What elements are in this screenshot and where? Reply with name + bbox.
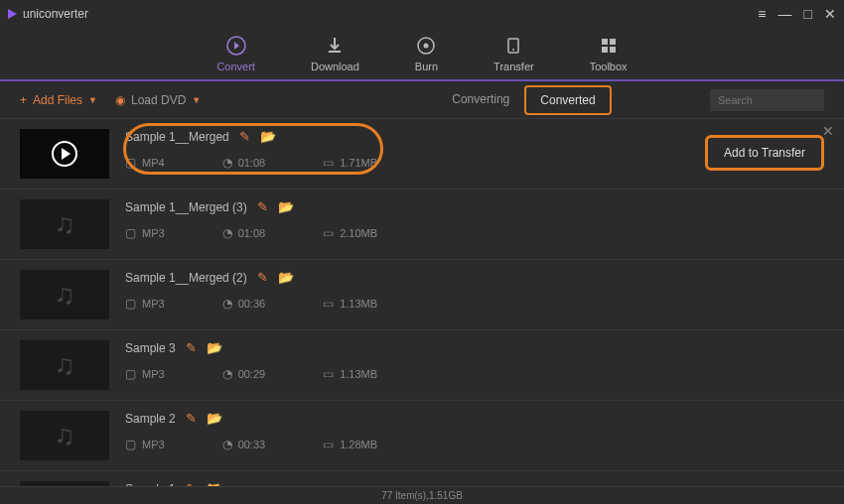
duration: ◔00:33: [222, 438, 266, 451]
edit-icon[interactable]: ✎: [186, 340, 197, 355]
table-row[interactable]: ♫Sample 1__Merged (3)✎📂▢MP3◔01:08▭2.10MB: [0, 189, 844, 260]
svg-point-2: [424, 44, 429, 49]
row-info: Sample 3✎📂▢MP3◔00:29▭1.13MB: [125, 340, 824, 381]
clock-icon: ◔: [222, 226, 232, 240]
folder-icon[interactable]: 📂: [278, 270, 294, 285]
svg-point-4: [512, 49, 514, 51]
table-row[interactable]: ♫Sample 2✎📂▢MP3◔00:33▭1.28MB: [0, 401, 844, 471]
add-files-button[interactable]: + Add Files ▼: [20, 93, 97, 107]
tab-converting[interactable]: Converting: [437, 85, 524, 115]
nav-burn[interactable]: Burn: [415, 35, 438, 72]
table-row[interactable]: Sample 1__Merged✎📂▢MP4◔01:08▭1.71MB✕Add …: [0, 119, 844, 189]
burn-icon: [415, 35, 437, 57]
brand-text: uniconverter: [23, 7, 88, 21]
row-title: Sample 1__Merged (3)✎📂: [125, 199, 824, 214]
nav-download[interactable]: Download: [311, 35, 359, 72]
play-icon: [52, 141, 77, 167]
top-nav: Convert Download Burn Transfer Toolbox: [0, 28, 844, 81]
format: ▢MP3: [125, 367, 165, 381]
transfer-icon: [502, 35, 524, 57]
folder-icon[interactable]: 📂: [260, 129, 276, 144]
music-icon: ♫: [55, 349, 75, 381]
row-info: Sample 2✎📂▢MP3◔00:33▭1.28MB: [125, 411, 824, 451]
svg-rect-6: [610, 39, 616, 45]
music-icon: ♫: [55, 279, 75, 311]
format: ▢MP3: [125, 438, 165, 451]
chevron-down-icon: ▼: [88, 95, 97, 105]
nav-transfer[interactable]: Transfer: [493, 35, 534, 72]
file-icon: ▢: [125, 226, 136, 240]
maximize-icon[interactable]: □: [804, 6, 812, 22]
row-meta: ▢MP3◔00:36▭1.13MB: [125, 297, 824, 311]
folder-icon[interactable]: 📂: [207, 411, 222, 426]
row-meta: ▢MP3◔01:08▭2.10MB: [125, 226, 824, 240]
format: ▢MP3: [125, 226, 165, 240]
thumbnail[interactable]: [20, 129, 109, 179]
thumbnail[interactable]: ♫: [20, 270, 109, 319]
edit-icon[interactable]: ✎: [186, 411, 197, 426]
file-icon: ▢: [125, 156, 136, 170]
nav-toolbox[interactable]: Toolbox: [590, 35, 628, 72]
folder-icon: ▭: [323, 367, 334, 381]
size: ▭2.10MB: [323, 226, 377, 240]
thumbnail[interactable]: ♫: [20, 199, 109, 249]
tab-converted[interactable]: Converted: [524, 85, 611, 115]
row-meta: ▢MP3◔00:33▭1.28MB: [125, 438, 824, 451]
thumbnail[interactable]: ♫: [20, 411, 109, 460]
status-bar: 77 Item(s),1.51GB: [0, 486, 844, 504]
svg-rect-5: [602, 39, 608, 45]
window-controls: ≡ — □ ✕: [758, 6, 836, 22]
file-title: Sample 1__Merged: [125, 130, 229, 144]
file-list: Sample 1__Merged✎📂▢MP4◔01:08▭1.71MB✕Add …: [0, 119, 844, 486]
file-icon: ▢: [125, 297, 136, 311]
table-row[interactable]: ♫Sample 3✎📂▢MP3◔00:29▭1.13MB: [0, 330, 844, 401]
load-dvd-button[interactable]: ◉ Load DVD ▼: [115, 93, 201, 107]
row-title: Sample 3✎📂: [125, 340, 824, 355]
convert-icon: [225, 35, 247, 57]
brand-icon: [8, 9, 17, 19]
edit-icon[interactable]: ✎: [257, 270, 268, 285]
edit-icon[interactable]: ✎: [257, 199, 268, 214]
duration: ◔00:36: [222, 297, 266, 311]
folder-icon: ▭: [323, 438, 334, 451]
edit-icon[interactable]: ✎: [239, 129, 250, 144]
row-info: Sample 1__Merged (2)✎📂▢MP3◔00:36▭1.13MB: [125, 270, 824, 311]
folder-icon: ▭: [323, 226, 334, 240]
close-icon[interactable]: ✕: [822, 123, 834, 139]
size: ▭1.13MB: [323, 367, 377, 381]
row-title: Sample 1__Merged (2)✎📂: [125, 270, 824, 285]
duration: ◔01:08: [222, 156, 266, 170]
duration: ◔00:29: [222, 367, 266, 381]
clock-icon: ◔: [222, 367, 232, 381]
toolbar: + Add Files ▼ ◉ Load DVD ▼ Converting Co…: [0, 81, 844, 119]
row-info: Sample 1__Merged (3)✎📂▢MP3◔01:08▭2.10MB: [125, 199, 824, 240]
music-icon: ♫: [55, 208, 75, 240]
file-title: Sample 3: [125, 341, 176, 355]
nav-label: Transfer: [493, 61, 534, 72]
table-row[interactable]: ♫Sample 1✎📂▢MP3◔00:04▭140.48KB: [0, 471, 844, 486]
plus-icon: +: [20, 93, 27, 107]
svg-rect-8: [610, 47, 616, 53]
add-to-transfer-button[interactable]: Add to Transfer: [705, 135, 824, 171]
download-icon: [324, 35, 346, 57]
nav-label: Burn: [415, 61, 438, 72]
menu-icon[interactable]: ≡: [758, 6, 766, 22]
chevron-down-icon: ▼: [192, 95, 201, 105]
thumbnail[interactable]: ♫: [20, 340, 109, 390]
folder-icon[interactable]: 📂: [207, 340, 222, 355]
close-icon[interactable]: ✕: [824, 6, 836, 22]
table-row[interactable]: ♫Sample 1__Merged (2)✎📂▢MP3◔00:36▭1.13MB: [0, 260, 844, 330]
file-title: Sample 1__Merged (2): [125, 271, 247, 285]
folder-icon[interactable]: 📂: [278, 199, 294, 214]
file-title: Sample 1__Merged (3): [125, 200, 247, 214]
row-title: Sample 2✎📂: [125, 411, 824, 426]
nav-convert[interactable]: Convert: [216, 35, 255, 72]
file-title: Sample 2: [125, 412, 176, 426]
clock-icon: ◔: [222, 156, 232, 170]
clock-icon: ◔: [222, 297, 232, 311]
folder-icon: ▭: [323, 156, 334, 170]
minimize-icon[interactable]: —: [778, 6, 792, 22]
search-input[interactable]: [710, 89, 824, 111]
size: ▭1.71MB: [323, 156, 377, 170]
folder-icon: ▭: [323, 297, 334, 311]
